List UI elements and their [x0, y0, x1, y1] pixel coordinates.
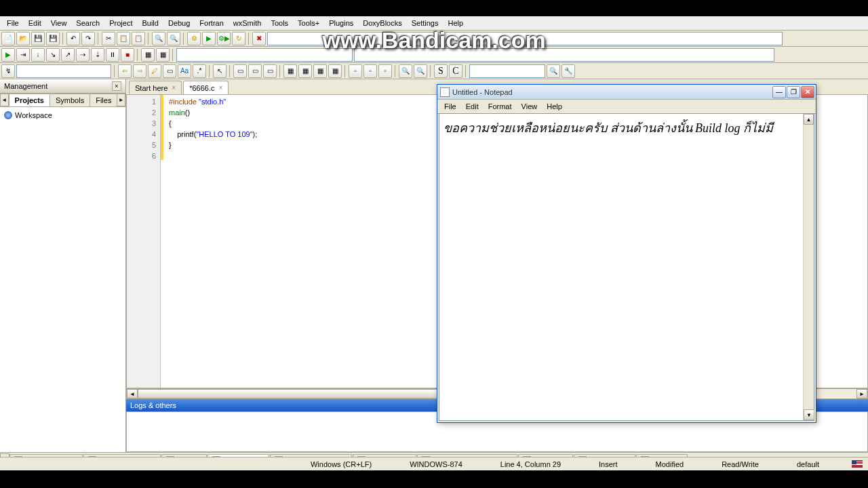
- jump-button[interactable]: ↯: [1, 64, 15, 78]
- search-field[interactable]: [469, 64, 545, 78]
- notepad-menu-edit[interactable]: Edit: [462, 101, 483, 112]
- notepad-titlebar[interactable]: Untitled - Notepad — ❐ ✕: [437, 85, 816, 100]
- case-button[interactable]: Aa: [178, 64, 191, 78]
- hscroll-right[interactable]: ►: [856, 389, 867, 399]
- redo-button[interactable]: ↷: [81, 32, 95, 45]
- small1-button[interactable]: ▫: [349, 64, 362, 78]
- np-scroll-up[interactable]: ▲: [804, 114, 814, 125]
- notepad-window[interactable]: Untitled - Notepad — ❐ ✕ FileEditFormatV…: [437, 84, 816, 423]
- hscroll-left[interactable]: ◄: [127, 389, 138, 399]
- compiler-combo[interactable]: [176, 48, 353, 62]
- search-go-button[interactable]: 🔍: [547, 64, 560, 78]
- run-button[interactable]: ▶: [202, 32, 216, 45]
- menu-file[interactable]: File: [3, 18, 23, 28]
- debug-windows-button[interactable]: ▦: [141, 48, 155, 62]
- save-button[interactable]: 💾: [31, 32, 45, 45]
- menu-tools+[interactable]: Tools+: [294, 18, 323, 28]
- management-close-button[interactable]: ×: [112, 81, 121, 91]
- small2-button[interactable]: ▫: [363, 64, 377, 78]
- grid3-button[interactable]: ▦: [313, 64, 327, 78]
- rebuild-button[interactable]: ↻: [232, 32, 245, 45]
- menu-build[interactable]: Build: [138, 18, 162, 28]
- symbol-combo[interactable]: [16, 64, 111, 78]
- editor-tab-close[interactable]: ×: [172, 84, 176, 92]
- menu-view[interactable]: View: [47, 18, 71, 28]
- language-flag-icon[interactable]: [852, 460, 863, 468]
- zoom-out-button[interactable]: 🔍: [414, 64, 427, 78]
- files-tab[interactable]: Files: [90, 94, 117, 106]
- settings-button[interactable]: 🔧: [561, 64, 575, 78]
- symbols-tab[interactable]: Symbols: [50, 94, 90, 106]
- open-button[interactable]: 📂: [16, 32, 30, 45]
- grid4-button[interactable]: ▦: [328, 64, 342, 78]
- s-button[interactable]: S: [434, 64, 448, 78]
- step-out-button[interactable]: ↗: [61, 48, 75, 62]
- step-instr-button[interactable]: ⇣: [91, 48, 104, 62]
- break-button[interactable]: ⏸: [106, 48, 119, 62]
- menu-fortran[interactable]: Fortran: [195, 18, 227, 28]
- menu-settings[interactable]: Settings: [408, 18, 443, 28]
- copy-button[interactable]: 📋: [117, 32, 130, 45]
- build-run-button[interactable]: ⚙▶: [217, 32, 231, 45]
- projects-tab[interactable]: Projects: [9, 94, 50, 106]
- workspace-item[interactable]: Workspace: [3, 110, 123, 121]
- project-tree[interactable]: Workspace: [0, 107, 125, 452]
- menu-plugins[interactable]: Plugins: [325, 18, 357, 28]
- menu-edit[interactable]: Edit: [24, 18, 45, 28]
- menu-help[interactable]: Help: [443, 18, 467, 28]
- menu-debug[interactable]: Debug: [164, 18, 194, 28]
- menu-tools[interactable]: Tools: [267, 18, 292, 28]
- menu-doxyblocks[interactable]: DoxyBlocks: [359, 18, 406, 28]
- replace-button[interactable]: 🔍: [167, 32, 180, 45]
- new-file-button[interactable]: 📄: [1, 32, 15, 45]
- menu-project[interactable]: Project: [105, 18, 136, 28]
- notepad-menu-help[interactable]: Help: [542, 101, 566, 112]
- notepad-maximize-button[interactable]: ❐: [787, 86, 800, 98]
- paste-button[interactable]: 📋: [132, 32, 145, 45]
- editor-tab-close[interactable]: ×: [218, 84, 222, 92]
- prev-button[interactable]: ⇐: [118, 64, 132, 78]
- editor-tab[interactable]: Start here×: [129, 81, 182, 94]
- stop-button[interactable]: ■: [121, 48, 134, 62]
- small3-button[interactable]: ▫: [378, 64, 392, 78]
- next-line-button[interactable]: ↓: [31, 48, 45, 62]
- notepad-close-button[interactable]: ✕: [801, 86, 814, 98]
- notepad-textarea[interactable]: ขอความช่วยเหลือหน่อยนะครับ ส่วนด้านล่างน…: [439, 114, 803, 420]
- editor-tab[interactable]: *6666.c×: [183, 81, 229, 94]
- box3-button[interactable]: ▭: [263, 64, 277, 78]
- notepad-menu-view[interactable]: View: [517, 101, 542, 112]
- notepad-menu-format[interactable]: Format: [484, 101, 516, 112]
- cut-button[interactable]: ✂: [102, 32, 115, 45]
- highlight-button[interactable]: 🖊: [148, 64, 161, 78]
- zoom-in-button[interactable]: 🔍: [399, 64, 412, 78]
- find-button[interactable]: 🔍: [152, 32, 165, 45]
- box1-button[interactable]: ▭: [233, 64, 247, 78]
- select-button[interactable]: ▭: [163, 64, 176, 78]
- search-combo[interactable]: [354, 48, 774, 62]
- grid1-button[interactable]: ▦: [283, 64, 297, 78]
- notepad-minimize-button[interactable]: —: [772, 86, 786, 98]
- box2-button[interactable]: ▭: [248, 64, 262, 78]
- notepad-menu-file[interactable]: File: [440, 101, 460, 112]
- run-to-cursor-button[interactable]: ⇥: [16, 48, 30, 62]
- undo-button[interactable]: ↶: [66, 32, 80, 45]
- build-target-combo[interactable]: [267, 32, 783, 45]
- step-into-button[interactable]: ↘: [46, 48, 60, 62]
- next-instr-button[interactable]: ⇢: [76, 48, 90, 62]
- np-scroll-down[interactable]: ▼: [804, 409, 814, 420]
- debug-continue-button[interactable]: ▶: [1, 48, 15, 62]
- menu-search[interactable]: Search: [72, 18, 104, 28]
- save-all-button[interactable]: 💾: [46, 32, 60, 45]
- mgmt-nav-right[interactable]: ►: [117, 94, 125, 106]
- build-button[interactable]: ⚙: [187, 32, 201, 45]
- regex-button[interactable]: .*: [193, 64, 206, 78]
- menu-wxsmith[interactable]: wxSmith: [229, 18, 266, 28]
- pointer-button[interactable]: ↖: [213, 64, 226, 78]
- grid2-button[interactable]: ▦: [298, 64, 312, 78]
- next-button[interactable]: ⇒: [133, 64, 146, 78]
- abort-button[interactable]: ✖: [252, 32, 266, 45]
- various-info-button[interactable]: ▦: [156, 48, 170, 62]
- mgmt-nav-left[interactable]: ◄: [0, 94, 9, 106]
- c-button[interactable]: C: [449, 64, 462, 78]
- notepad-vscrollbar[interactable]: ▲ ▼: [803, 114, 814, 420]
